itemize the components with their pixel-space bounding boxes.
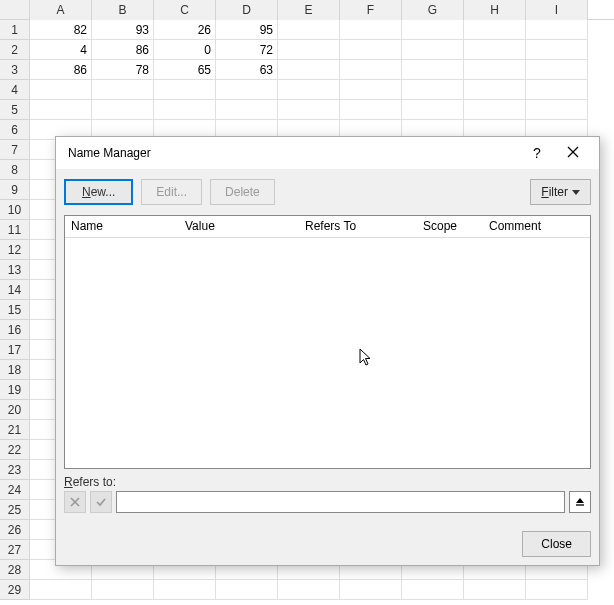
col-header-value[interactable]: Value	[179, 216, 299, 237]
row-header-24[interactable]: 24	[0, 480, 30, 500]
col-header-C[interactable]: C	[154, 0, 216, 20]
collapse-dialog-button[interactable]	[569, 491, 591, 513]
row-header-7[interactable]: 7	[0, 140, 30, 160]
cell-E2[interactable]	[278, 40, 340, 60]
cell-G2[interactable]	[402, 40, 464, 60]
cell-G4[interactable]	[402, 80, 464, 100]
row-header-18[interactable]: 18	[0, 360, 30, 380]
cell-F29[interactable]	[340, 580, 402, 600]
cell-B1[interactable]: 93	[92, 20, 154, 40]
cell-H2[interactable]	[464, 40, 526, 60]
col-header-A[interactable]: A	[30, 0, 92, 20]
cell-I5[interactable]	[526, 100, 588, 120]
col-header-G[interactable]: G	[402, 0, 464, 20]
row-header-6[interactable]: 6	[0, 120, 30, 140]
cell-H3[interactable]	[464, 60, 526, 80]
cell-F4[interactable]	[340, 80, 402, 100]
cell-B2[interactable]: 86	[92, 40, 154, 60]
row-header-26[interactable]: 26	[0, 520, 30, 540]
col-header-F[interactable]: F	[340, 0, 402, 20]
cell-G29[interactable]	[402, 580, 464, 600]
row-header-21[interactable]: 21	[0, 420, 30, 440]
row-header-25[interactable]: 25	[0, 500, 30, 520]
cell-B29[interactable]	[92, 580, 154, 600]
cell-A4[interactable]	[30, 80, 92, 100]
list-column-headers[interactable]: Name Value Refers To Scope Comment	[65, 216, 590, 238]
row-header-27[interactable]: 27	[0, 540, 30, 560]
col-header-D[interactable]: D	[216, 0, 278, 20]
cell-F1[interactable]	[340, 20, 402, 40]
row-header-19[interactable]: 19	[0, 380, 30, 400]
row-header-14[interactable]: 14	[0, 280, 30, 300]
col-header-comment[interactable]: Comment	[483, 216, 590, 237]
row-header-3[interactable]: 3	[0, 60, 30, 80]
cell-A3[interactable]: 86	[30, 60, 92, 80]
dialog-titlebar[interactable]: Name Manager ?	[56, 137, 599, 169]
cell-H29[interactable]	[464, 580, 526, 600]
row-header-13[interactable]: 13	[0, 260, 30, 280]
cell-H5[interactable]	[464, 100, 526, 120]
cell-G3[interactable]	[402, 60, 464, 80]
row-header-4[interactable]: 4	[0, 80, 30, 100]
cell-A29[interactable]	[30, 580, 92, 600]
cell-I2[interactable]	[526, 40, 588, 60]
help-button[interactable]: ?	[519, 145, 555, 161]
col-header-E[interactable]: E	[278, 0, 340, 20]
col-header-scope[interactable]: Scope	[417, 216, 483, 237]
cell-D5[interactable]	[216, 100, 278, 120]
cell-C2[interactable]: 0	[154, 40, 216, 60]
row-header-16[interactable]: 16	[0, 320, 30, 340]
cell-I3[interactable]	[526, 60, 588, 80]
col-header-name[interactable]: Name	[65, 216, 179, 237]
cell-E29[interactable]	[278, 580, 340, 600]
close-icon[interactable]	[555, 146, 591, 161]
row-header-11[interactable]: 11	[0, 220, 30, 240]
row-header-5[interactable]: 5	[0, 100, 30, 120]
cell-D29[interactable]	[216, 580, 278, 600]
cell-A2[interactable]: 4	[30, 40, 92, 60]
row-header-9[interactable]: 9	[0, 180, 30, 200]
cell-E3[interactable]	[278, 60, 340, 80]
cell-G1[interactable]	[402, 20, 464, 40]
row-header-29[interactable]: 29	[0, 580, 30, 600]
row-header-8[interactable]: 8	[0, 160, 30, 180]
cell-G5[interactable]	[402, 100, 464, 120]
cell-E4[interactable]	[278, 80, 340, 100]
row-header-23[interactable]: 23	[0, 460, 30, 480]
cell-B3[interactable]: 78	[92, 60, 154, 80]
cell-C1[interactable]: 26	[154, 20, 216, 40]
cell-H4[interactable]	[464, 80, 526, 100]
cell-B4[interactable]	[92, 80, 154, 100]
cell-E1[interactable]	[278, 20, 340, 40]
cell-C29[interactable]	[154, 580, 216, 600]
row-header-15[interactable]: 15	[0, 300, 30, 320]
row-header-22[interactable]: 22	[0, 440, 30, 460]
new-button[interactable]: New...	[64, 179, 133, 205]
col-header-refers[interactable]: Refers To	[299, 216, 417, 237]
row-header-2[interactable]: 2	[0, 40, 30, 60]
cell-E5[interactable]	[278, 100, 340, 120]
row-header-10[interactable]: 10	[0, 200, 30, 220]
cell-I4[interactable]	[526, 80, 588, 100]
cell-D1[interactable]: 95	[216, 20, 278, 40]
row-header-20[interactable]: 20	[0, 400, 30, 420]
cell-A1[interactable]: 82	[30, 20, 92, 40]
names-list[interactable]: Name Value Refers To Scope Comment	[64, 215, 591, 469]
cell-D4[interactable]	[216, 80, 278, 100]
cell-C5[interactable]	[154, 100, 216, 120]
col-header-I[interactable]: I	[526, 0, 588, 20]
cell-D2[interactable]: 72	[216, 40, 278, 60]
row-header-17[interactable]: 17	[0, 340, 30, 360]
row-header-12[interactable]: 12	[0, 240, 30, 260]
row-header-1[interactable]: 1	[0, 20, 30, 40]
col-header-H[interactable]: H	[464, 0, 526, 20]
filter-button[interactable]: Filter	[530, 179, 591, 205]
cell-I29[interactable]	[526, 580, 588, 600]
close-button[interactable]: Close	[522, 531, 591, 557]
select-all-corner[interactable]	[0, 0, 30, 20]
cell-C3[interactable]: 65	[154, 60, 216, 80]
row-header-28[interactable]: 28	[0, 560, 30, 580]
cell-B5[interactable]	[92, 100, 154, 120]
cell-H1[interactable]	[464, 20, 526, 40]
cell-C4[interactable]	[154, 80, 216, 100]
